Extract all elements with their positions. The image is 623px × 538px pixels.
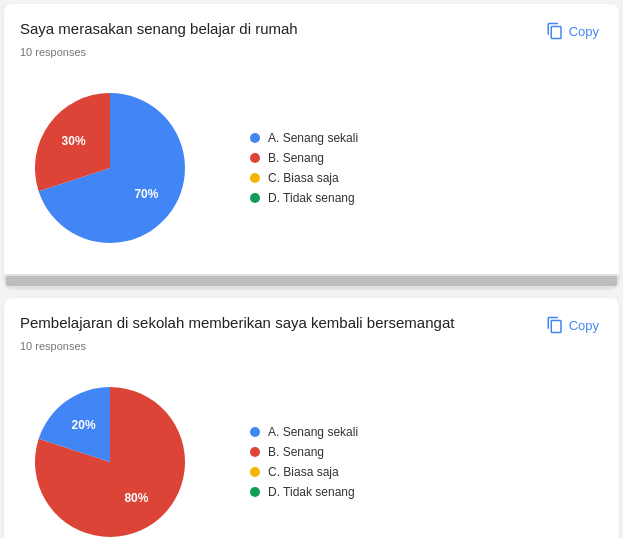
question-title: Pembelajaran di sekolah memberikan saya … <box>20 314 454 331</box>
legend-label: B. Senang <box>268 151 324 165</box>
legend-label: A. Senang sekali <box>268 425 358 439</box>
legend-dot <box>250 133 260 143</box>
legend-item: C. Biasa saja <box>250 171 358 185</box>
chart-legend: A. Senang sekaliB. SenangC. Biasa sajaD.… <box>250 425 358 499</box>
question-title: Saya merasakan senang belajar di rumah <box>20 20 298 37</box>
chart-area: 70%30% A. Senang sekaliB. SenangC. Biasa… <box>20 68 603 274</box>
copy-button[interactable]: Copy <box>542 20 603 42</box>
legend-dot <box>250 447 260 457</box>
legend-label: A. Senang sekali <box>268 131 358 145</box>
copy-label: Copy <box>569 318 599 333</box>
card-header: Saya merasakan senang belajar di rumah C… <box>20 20 603 42</box>
response-count: 10 responses <box>20 46 603 58</box>
pie-chart: 80%20% <box>20 372 220 538</box>
legend-item: B. Senang <box>250 445 358 459</box>
pie-label: 70% <box>134 187 158 201</box>
scrollbar-track <box>6 276 617 286</box>
legend-dot <box>250 487 260 497</box>
card-card2: Pembelajaran di sekolah memberikan saya … <box>4 298 619 538</box>
copy-button[interactable]: Copy <box>542 314 603 336</box>
legend-dot <box>250 427 260 437</box>
legend-item: A. Senang sekali <box>250 425 358 439</box>
legend-item: A. Senang sekali <box>250 131 358 145</box>
legend-dot <box>250 153 260 163</box>
chart-area: 80%20% A. Senang sekaliB. SenangC. Biasa… <box>20 362 603 538</box>
legend-item: B. Senang <box>250 151 358 165</box>
legend-label: D. Tidak senang <box>268 191 355 205</box>
legend-item: D. Tidak senang <box>250 191 358 205</box>
scrollbar[interactable] <box>4 274 619 288</box>
pie-label: 80% <box>124 491 148 505</box>
chart-legend: A. Senang sekaliB. SenangC. Biasa sajaD.… <box>250 131 358 205</box>
legend-item: D. Tidak senang <box>250 485 358 499</box>
copy-icon <box>546 316 564 334</box>
legend-dot <box>250 173 260 183</box>
legend-label: D. Tidak senang <box>268 485 355 499</box>
copy-icon <box>546 22 564 40</box>
pie-label: 20% <box>72 418 96 432</box>
legend-dot <box>250 467 260 477</box>
pie-label: 30% <box>62 134 86 148</box>
copy-label: Copy <box>569 24 599 39</box>
legend-dot <box>250 193 260 203</box>
response-count: 10 responses <box>20 340 603 352</box>
card-header: Pembelajaran di sekolah memberikan saya … <box>20 314 603 336</box>
pie-chart: 70%30% <box>20 78 220 258</box>
legend-label: C. Biasa saja <box>268 171 339 185</box>
legend-label: B. Senang <box>268 445 324 459</box>
legend-label: C. Biasa saja <box>268 465 339 479</box>
card-card1: Saya merasakan senang belajar di rumah C… <box>4 4 619 288</box>
legend-item: C. Biasa saja <box>250 465 358 479</box>
